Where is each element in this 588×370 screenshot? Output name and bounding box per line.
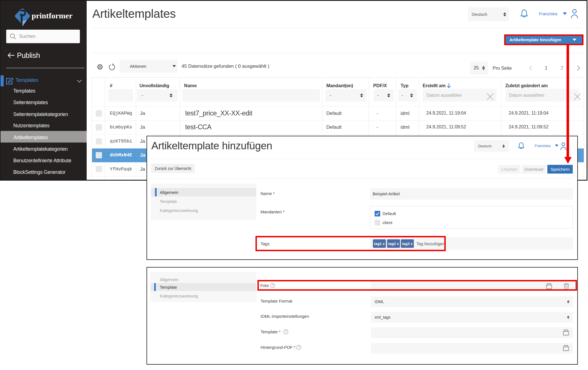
- svg-text:?: ?: [285, 330, 287, 333]
- svg-text:?: ?: [298, 345, 300, 349]
